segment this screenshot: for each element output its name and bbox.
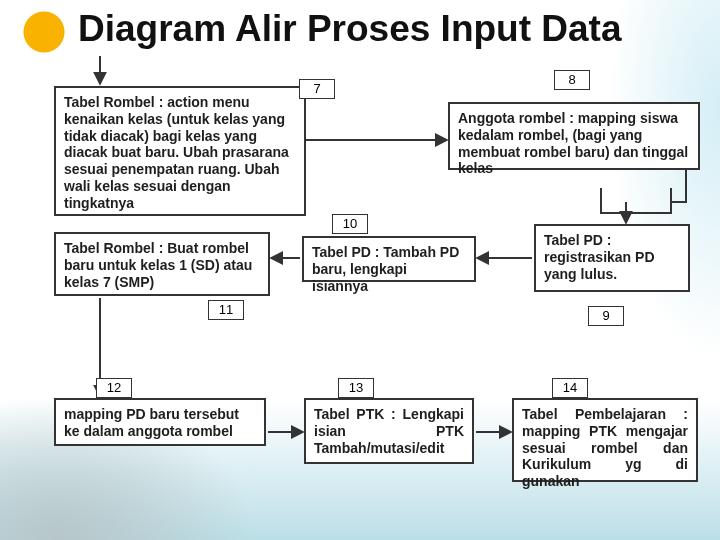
page-title: Diagram Alir Proses Input Data [78, 8, 622, 50]
node-7: Tabel Rombel : action menu kenaikan kela… [54, 86, 306, 216]
node-14-label: 14 [552, 378, 588, 398]
node-10: Tabel PD : Tambah PD baru, lengkapi isia… [302, 236, 476, 282]
node-11: Tabel Rombel : Buat rombel baru untuk ke… [54, 232, 270, 296]
node-9-label: 9 [588, 306, 624, 326]
node-13-label: 13 [338, 378, 374, 398]
node-8: Anggota rombel : mapping siswa kedalam r… [448, 102, 700, 170]
connector-bracket [600, 188, 672, 214]
node-10-label: 10 [332, 214, 368, 234]
node-7-label: 7 [299, 79, 335, 99]
node-9: Tabel PD : registrasikan PD yang lulus. [534, 224, 690, 292]
node-14: Tabel Pembelajaran : mapping PTK mengaja… [512, 398, 698, 482]
node-13: Tabel PTK : Lengkapi isian PTK Tambah/mu… [304, 398, 474, 464]
node-12: mapping PD baru tersebut ke dalam anggot… [54, 398, 266, 446]
node-12-label: 12 [96, 378, 132, 398]
node-11-label: 11 [208, 300, 244, 320]
node-8-label: 8 [554, 70, 590, 90]
